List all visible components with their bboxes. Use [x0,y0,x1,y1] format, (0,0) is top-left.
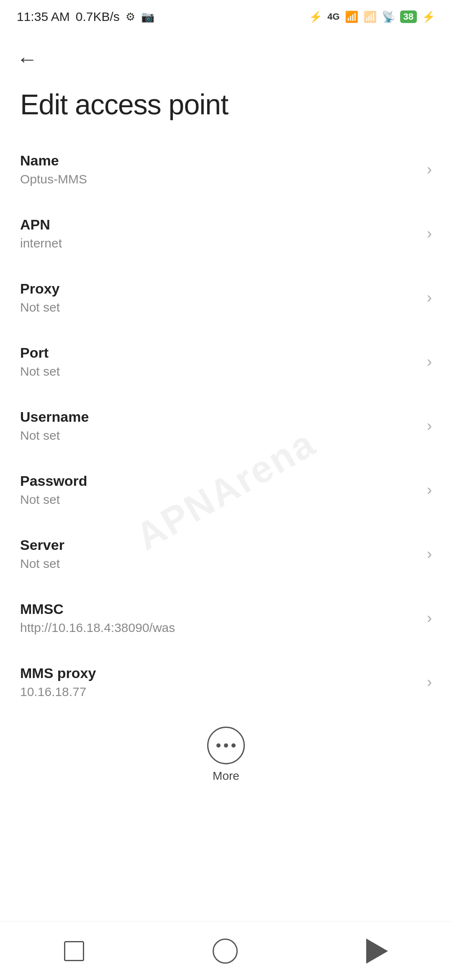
back-nav-button[interactable] [366,939,388,964]
more-circle-icon [207,727,245,764]
settings-item-label: APN [20,217,62,233]
dot1 [216,743,221,748]
settings-list: Name Optus-MMS › APN internet › Proxy No… [0,137,452,875]
settings-item-label: MMSC [20,601,175,617]
settings-item-label: Name [20,152,87,169]
network-speed: 0.7KB/s [76,10,120,24]
time: 11:35 AM [17,10,70,24]
dot2 [224,743,228,748]
settings-item-server[interactable]: Server Not set › [0,522,452,586]
settings-item-label: Port [20,345,60,361]
settings-icon: ⚙ [126,10,135,23]
signal-bars-2-icon: 📶 [363,10,377,23]
settings-item-value: Optus-MMS [20,172,87,186]
dot3 [231,743,236,748]
settings-item-value: internet [20,236,62,250]
settings-item-value: 10.16.18.77 [20,685,96,699]
network-4g-icon: 4G [327,11,339,22]
settings-item-label: Proxy [20,281,60,297]
settings-item-value: http://10.16.18.4:38090/was [20,621,175,635]
settings-item-content: Server Not set [20,537,64,571]
chevron-right-icon: › [427,225,432,242]
back-nav-icon [366,939,388,964]
camera-icon: 📷 [141,10,154,23]
chevron-right-icon: › [427,289,432,307]
bluetooth-icon: ⚡ [309,10,322,23]
settings-item-password[interactable]: Password Not set › [0,458,452,522]
settings-item-content: APN internet [20,217,62,250]
recent-apps-icon [64,941,84,961]
settings-item-username[interactable]: Username Not set › [0,394,452,458]
settings-item-content: MMSC http://10.16.18.4:38090/was [20,601,175,635]
settings-item-label: MMS proxy [20,665,96,681]
settings-item-content: Username Not set [20,409,89,443]
settings-item-value: Not set [20,300,60,315]
settings-item-port[interactable]: Port Not set › [0,330,452,394]
home-button[interactable] [213,939,238,964]
status-bar: 11:35 AM 0.7KB/s ⚙ 📷 ⚡ 4G 📶 📶 📡 38 ⚡ [0,0,452,30]
chevron-right-icon: › [427,417,432,435]
settings-item-proxy[interactable]: Proxy Not set › [0,266,452,330]
home-icon [213,939,238,964]
wifi-icon: 📡 [382,10,395,23]
status-left: 11:35 AM 0.7KB/s ⚙ 📷 [17,10,154,24]
settings-item-content: Password Not set [20,473,87,507]
settings-item-label: Username [20,409,89,425]
status-right: ⚡ 4G 📶 📶 📡 38 ⚡ [309,10,435,23]
settings-item-apn[interactable]: APN internet › [0,201,452,266]
settings-item-mmsc[interactable]: MMSC http://10.16.18.4:38090/was › [0,586,452,650]
recent-apps-button[interactable] [64,941,84,961]
chevron-right-icon: › [427,673,432,691]
settings-item-value: Not set [20,493,87,507]
settings-item-value: Not set [20,428,89,443]
nav-bar [0,921,452,980]
settings-item-content: Proxy Not set [20,281,60,315]
signal-bars-icon: 📶 [345,10,358,23]
battery-indicator: 38 [400,10,417,23]
settings-item-label: Password [20,473,87,489]
bolt-icon: ⚡ [422,10,435,23]
settings-item-value: Not set [20,557,64,571]
settings-item-content: Name Optus-MMS [20,152,87,186]
chevron-right-icon: › [427,353,432,371]
settings-item-name[interactable]: Name Optus-MMS › [0,137,452,201]
chevron-right-icon: › [427,545,432,563]
settings-item-mms-proxy[interactable]: MMS proxy 10.16.18.77 › [0,650,452,714]
settings-item-label: Server [20,537,64,553]
back-button[interactable]: ← [0,30,452,80]
more-label: More [213,769,239,783]
more-button[interactable]: More [0,714,452,791]
settings-item-content: Port Not set [20,345,60,379]
back-arrow-icon: ← [17,47,38,71]
page-title: Edit access point [0,80,452,137]
chevron-right-icon: › [427,481,432,499]
chevron-right-icon: › [427,161,432,178]
chevron-right-icon: › [427,609,432,627]
settings-item-content: MMS proxy 10.16.18.77 [20,665,96,699]
settings-item-value: Not set [20,364,60,379]
